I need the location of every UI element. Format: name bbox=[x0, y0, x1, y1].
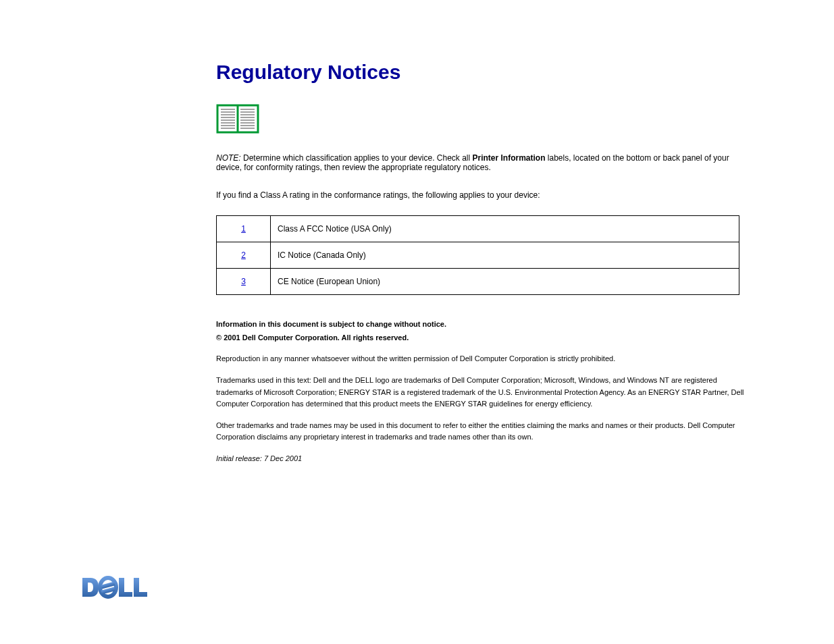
copyright-trademarks: Trademarks used in this text: Dell and t… bbox=[216, 375, 753, 410]
copyright-release: Initial release: 7 Dec 2001 bbox=[216, 453, 753, 465]
page-title: Regulatory Notices bbox=[216, 61, 753, 84]
copyright-block: Information in this document is subject … bbox=[216, 319, 753, 464]
table-cell-num: 1 bbox=[217, 216, 271, 242]
copyright-info-line: Information in this document is subject … bbox=[216, 319, 753, 331]
note-body-before: Determine which classification applies t… bbox=[241, 153, 473, 163]
body-text: If you find a Class A rating in the conf… bbox=[216, 189, 753, 202]
regulatory-link-3[interactable]: 3 bbox=[241, 277, 246, 286]
note-prefix: NOTE: bbox=[216, 153, 241, 163]
table-cell-num: 2 bbox=[217, 242, 271, 269]
table-cell-text: IC Notice (Canada Only) bbox=[271, 242, 739, 269]
copyright-other-trademarks: Other trademarks and trade names may be … bbox=[216, 420, 753, 444]
copyright-cc-line: © 2001 Dell Computer Corporation. All ri… bbox=[216, 332, 753, 344]
copyright-trademarks-text: Trademarks used in this text: Dell and t… bbox=[216, 376, 744, 408]
copyright-reproduction: Reproduction in any manner whatsoever wi… bbox=[216, 353, 753, 365]
note-text: NOTE: Determine which classification app… bbox=[216, 153, 753, 172]
table-row: 3 CE Notice (European Union) bbox=[217, 269, 739, 295]
regulatory-link-2[interactable]: 2 bbox=[241, 250, 246, 260]
table-cell-num: 3 bbox=[217, 269, 271, 295]
note-bold: Printer Information bbox=[473, 153, 546, 163]
regulatory-link-1[interactable]: 1 bbox=[241, 224, 246, 234]
dell-logo bbox=[81, 575, 149, 602]
regulatory-table: 1 Class A FCC Notice (USA Only) 2 IC Not… bbox=[216, 215, 739, 295]
table-cell-text: Class A FCC Notice (USA Only) bbox=[271, 216, 739, 242]
table-cell-text: CE Notice (European Union) bbox=[271, 269, 739, 295]
book-icon bbox=[216, 104, 753, 136]
table-row: 1 Class A FCC Notice (USA Only) bbox=[217, 216, 739, 242]
table-row: 2 IC Notice (Canada Only) bbox=[217, 242, 739, 269]
